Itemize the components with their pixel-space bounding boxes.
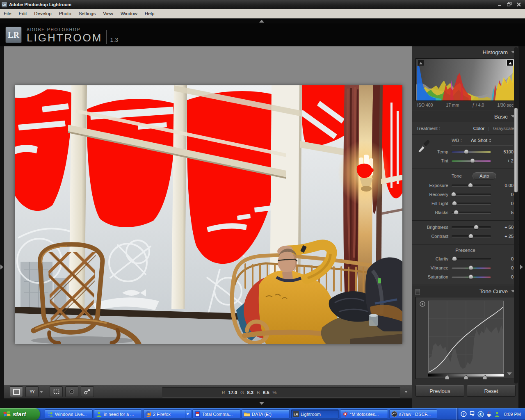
spot-removal-tool-button[interactable] [81, 386, 94, 397]
shadow-clipping-toggle[interactable] [417, 60, 424, 66]
menu-view[interactable]: View [99, 9, 117, 18]
tone-curve-graph[interactable] [428, 301, 504, 379]
taskbar-button-windows-live[interactable]: Windows Live... [45, 409, 93, 419]
group-dropdown-arrow[interactable] [185, 410, 189, 418]
collapse-right-panel-arrow[interactable] [520, 265, 523, 269]
photo-canvas[interactable] [15, 85, 402, 344]
histogram-header[interactable]: Histogram [412, 46, 518, 58]
slider-tint: Tint+ 2 [415, 156, 515, 165]
treatment-color[interactable]: Color [473, 126, 484, 131]
divider [452, 145, 513, 146]
slider-track[interactable] [452, 212, 491, 213]
view-mode-dropdown-arrow[interactable] [40, 391, 43, 393]
updates-icon[interactable] [469, 411, 475, 417]
slider-thumb[interactable] [468, 234, 473, 238]
basic-header[interactable]: Basic [412, 111, 518, 122]
menu-develop[interactable]: Develop [30, 9, 55, 18]
tone-curve-enable-switch[interactable] [415, 289, 420, 295]
slider-track[interactable] [452, 194, 491, 195]
slider-track[interactable] [452, 267, 491, 269]
help-icon[interactable]: ? [461, 411, 467, 417]
compare-view-button[interactable]: YY [25, 386, 39, 397]
folder-icon [244, 411, 250, 417]
panel-scrollbar-track[interactable] [514, 47, 518, 383]
highlight-clipping-toggle[interactable] [507, 60, 514, 66]
start-label: start [13, 411, 26, 418]
total-commander-icon [194, 411, 201, 417]
rgb-channel-label: B [257, 390, 260, 395]
messenger-contacts-icon [47, 411, 53, 417]
histogram-display[interactable] [415, 58, 515, 101]
taskbar-buttons: Windows Live...in need for a ...2 Firefo… [45, 409, 437, 419]
restore-button[interactable] [507, 1, 512, 8]
slider-label: Tint [415, 158, 452, 163]
slider-track[interactable] [452, 258, 491, 260]
slider-thumb[interactable] [454, 210, 459, 215]
expand-filmstrip-arrow[interactable] [259, 402, 264, 405]
brand-main: LIGHTROOM [27, 32, 102, 43]
menu-file[interactable]: File [0, 9, 15, 18]
rgb-channel-value: 6.5 [263, 390, 269, 395]
tone-curve-header[interactable]: Tone Curve [412, 285, 518, 297]
slider-track[interactable] [452, 160, 491, 162]
slider-thumb[interactable] [468, 265, 473, 270]
slider-thumb[interactable] [474, 225, 479, 229]
messenger-status-icon[interactable] [494, 411, 500, 417]
crop-tool-button[interactable] [50, 386, 63, 397]
reset-button[interactable]: Reset [467, 385, 516, 397]
slider-label: Recovery [415, 192, 452, 197]
previous-button[interactable]: Previous [415, 385, 464, 397]
taskbar-button-total-comma[interactable]: Total Comma... [192, 409, 240, 419]
auto-tone-button[interactable]: Auto [472, 172, 496, 180]
menu-help[interactable]: Help [141, 9, 158, 18]
svg-text:?: ? [463, 412, 465, 416]
expand-left-panel-arrow[interactable] [0, 265, 3, 269]
slider-thumb[interactable] [470, 158, 475, 163]
wb-select[interactable]: As Shot [471, 138, 491, 143]
slider-thumb[interactable] [468, 274, 473, 279]
slider-track[interactable] [452, 235, 491, 237]
taskbar-button-2-firefox[interactable]: 2 Firefox [143, 409, 191, 419]
java-icon[interactable] [486, 411, 492, 417]
collapse-top-panel-arrow[interactable] [259, 20, 264, 23]
slider-value: 0 [491, 265, 515, 270]
taskbar-button-in-need-for-a[interactable]: in need for a ... [94, 409, 142, 419]
close-button[interactable] [517, 1, 521, 8]
slider-track[interactable] [452, 203, 491, 204]
loupe-view-button[interactable] [10, 386, 23, 397]
shadow-clipping-icon [419, 62, 422, 64]
minimize-button[interactable] [498, 1, 502, 8]
slider-track[interactable] [452, 226, 491, 228]
taskbar-button-lightroom[interactable]: LRLightroom [291, 409, 339, 419]
wb-eyedropper-icon[interactable] [416, 139, 430, 155]
slider-thumb[interactable] [468, 183, 473, 187]
panel-scrollbar-thumb[interactable] [514, 108, 518, 192]
slider-value: + 25 [491, 234, 515, 239]
brightness-contrast-sliders: Brightness+ 50Contrast+ 25 [415, 223, 515, 241]
slider-thumb[interactable] [452, 201, 457, 205]
tone-curve-scroll-arrow[interactable] [507, 372, 512, 375]
toolbar-options-arrow[interactable] [404, 391, 408, 393]
menu-window[interactable]: Window [117, 9, 141, 18]
menu-settings[interactable]: Settings [75, 9, 100, 18]
slider-thumb[interactable] [451, 192, 456, 196]
slider-thumb[interactable] [464, 149, 469, 154]
taskbar-button-s7raw-dscf[interactable]: s7raw - DSCF... [389, 409, 437, 419]
slider-thumb[interactable] [452, 256, 457, 261]
slider-track[interactable] [452, 185, 491, 186]
tone-curve-panel [415, 297, 515, 379]
menu-photo[interactable]: Photo [55, 9, 75, 18]
slider-track[interactable] [452, 276, 491, 278]
taskbar-button-data-e[interactable]: DATA (E:) [242, 409, 290, 419]
red-eye-tool-button[interactable] [65, 386, 78, 397]
hide-icons-chevron[interactable] [477, 411, 484, 418]
treatment-grayscale[interactable]: Grayscale [493, 126, 514, 131]
start-button[interactable]: start [0, 408, 40, 420]
taskbar-button-m-fotos-tes[interactable]: *M:\fotos\tes... [340, 409, 388, 419]
slider-value: + 2 [491, 158, 515, 163]
slider-label: Brightness [415, 225, 452, 230]
slider-track[interactable] [452, 151, 491, 153]
menu-edit[interactable]: Edit [15, 9, 31, 18]
targeted-adjustment-icon[interactable] [419, 301, 426, 309]
slider-value: 5100 [491, 149, 515, 154]
